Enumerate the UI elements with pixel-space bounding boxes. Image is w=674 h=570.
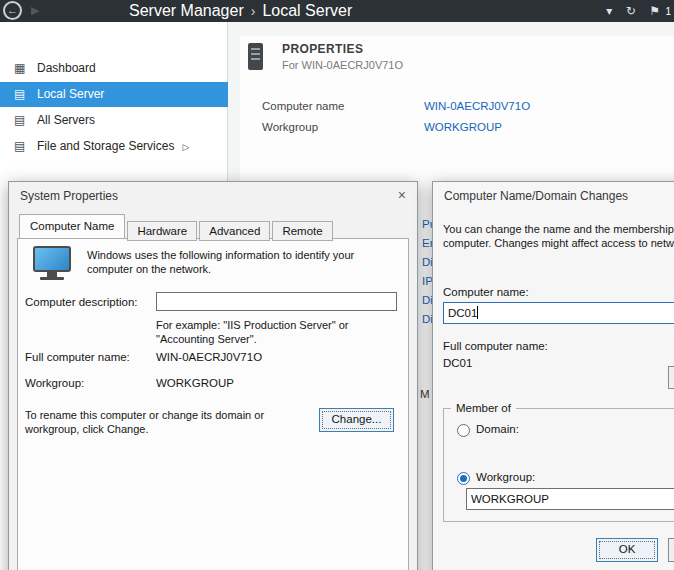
server-icon: ▤: [14, 108, 29, 133]
topbar-actions: ▾ ↻ ⚑ 1: [597, 0, 671, 22]
forward-icon[interactable]: ▶: [31, 4, 39, 17]
workgroup-radio[interactable]: [457, 472, 470, 485]
computer-description-label: Computer description:: [25, 296, 138, 308]
system-properties-dialog: System Properties × Computer NameHardwar…: [8, 181, 418, 570]
tab-hardware[interactable]: Hardware: [127, 221, 197, 241]
full-computer-name-value: DC01: [443, 357, 472, 369]
computer-monitor-icon: [33, 246, 71, 272]
tab-page: [17, 238, 409, 570]
computer-name-link[interactable]: WIN-0AECRJ0V71O: [424, 100, 530, 112]
back-icon[interactable]: ←: [3, 1, 22, 20]
page-title: Local Server: [262, 2, 352, 19]
workgroup-input[interactable]: WORKGROUP: [466, 488, 674, 510]
sidebar-item-all-servers[interactable]: ▤All Servers: [0, 108, 228, 133]
computer-name-label: Computer name:: [443, 286, 529, 298]
server-icon: ▤: [14, 82, 29, 107]
intro-text: Windows uses the following information t…: [87, 248, 403, 276]
tab-remote[interactable]: Remote: [272, 221, 332, 241]
dialog-title: Computer Name/Domain Changes: [444, 189, 628, 203]
close-icon[interactable]: ×: [398, 187, 406, 203]
tab-strip: Computer NameHardwareAdvancedRemote: [19, 214, 335, 238]
computer-name-input[interactable]: DC01: [443, 302, 674, 324]
dialog-title: System Properties: [20, 189, 118, 203]
expand-arrow-icon[interactable]: ▷: [182, 142, 189, 152]
workgroup-label: Workgroup:: [25, 377, 84, 389]
more-button-clipped[interactable]: [668, 366, 674, 389]
computer-name-label: Computer name: [262, 100, 344, 112]
notification-count: 1: [665, 2, 671, 22]
sidebar-item-label: All Servers: [37, 113, 95, 127]
notifications-flag-icon[interactable]: ⚑: [649, 1, 660, 21]
properties-subtitle: For WIN-0AECRJ0V71O: [282, 59, 403, 71]
name-domain-changes-dialog: Computer Name/Domain Changes You can cha…: [432, 181, 674, 570]
computer-description-input[interactable]: [156, 292, 397, 311]
domain-radio-label[interactable]: Domain:: [476, 423, 519, 435]
computer-monitor-icon: [40, 277, 64, 280]
breadcrumb-separator: ›: [244, 3, 263, 19]
full-computer-name-label: Full computer name:: [443, 340, 548, 352]
workgroup-value: WORKGROUP: [156, 377, 234, 389]
cancel-button-clipped[interactable]: [668, 538, 674, 562]
sidebar-item-label: Dashboard: [37, 61, 96, 75]
rename-help-text: To rename this computer or change its do…: [25, 408, 313, 436]
sidebar-item-file-storage-services[interactable]: ▤File and Storage Services▷: [0, 134, 228, 159]
member-of-label: Member of: [451, 402, 516, 414]
tab-computer-name[interactable]: Computer Name: [19, 214, 125, 238]
sidebar-item-dashboard[interactable]: ▦Dashboard: [0, 56, 228, 81]
workgroup-radio-label[interactable]: Workgroup:: [476, 471, 535, 483]
dashboard-icon: ▦: [14, 56, 29, 81]
workgroup-label: Workgroup: [262, 121, 318, 133]
tab-advanced[interactable]: Advanced: [199, 221, 270, 241]
full-computer-name-label: Full computer name:: [25, 351, 130, 363]
clipped-label-fragment: M: [420, 388, 430, 400]
text-cursor: [477, 306, 478, 319]
computer-name-input-value: DC01: [448, 307, 477, 319]
chevron-down-icon[interactable]: ▾: [606, 1, 612, 21]
breadcrumb: Server Manager›Local Server: [129, 0, 352, 22]
description-example-text: For example: "IIS Production Server" or …: [156, 318, 394, 346]
sidebar-item-local-server[interactable]: ▤Local Server: [0, 82, 228, 107]
domain-radio[interactable]: [457, 424, 470, 437]
intro-text-line1: You can change the name and the membersh…: [443, 222, 674, 236]
sidebar-item-label: File and Storage Services: [37, 139, 174, 153]
app-title: Server Manager: [129, 2, 244, 19]
full-computer-name-value: WIN-0AECRJ0V71O: [156, 351, 262, 363]
change-button[interactable]: Change...: [319, 408, 394, 432]
server-icon: ▤: [14, 134, 29, 159]
sidebar-item-label: Local Server: [37, 87, 104, 101]
top-bar: ← ▶ Server Manager›Local Server ▾ ↻ ⚑ 1: [0, 0, 674, 22]
properties-server-icon: [248, 43, 263, 70]
properties-title: PROPERTIES: [282, 42, 363, 56]
workgroup-link[interactable]: WORKGROUP: [424, 121, 502, 133]
intro-text-line2: computer. Changes might affect access to…: [443, 236, 674, 250]
ok-button[interactable]: OK: [596, 538, 658, 562]
refresh-icon[interactable]: ↻: [626, 1, 636, 21]
